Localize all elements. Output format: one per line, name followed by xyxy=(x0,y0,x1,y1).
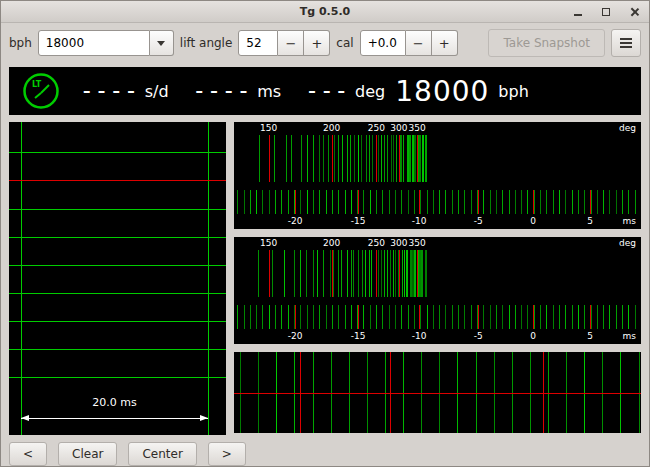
green-line xyxy=(401,135,402,182)
center-button[interactable]: Center xyxy=(128,442,196,466)
green-line xyxy=(274,135,275,182)
scroll-left-button[interactable]: < xyxy=(9,442,47,466)
ms-tick-label: 0 xyxy=(530,331,536,341)
ms-tick-label: -10 xyxy=(412,216,427,226)
cal-spinbox: − + xyxy=(360,30,458,56)
cal-input[interactable] xyxy=(360,30,406,56)
lift-angle-increment-button[interactable]: + xyxy=(304,30,330,56)
green-line xyxy=(351,250,352,297)
bph-input[interactable] xyxy=(38,30,150,56)
green-line xyxy=(366,135,367,182)
green-line xyxy=(369,135,370,182)
green-line xyxy=(361,135,362,182)
green-line xyxy=(422,135,424,182)
green-line xyxy=(313,305,314,329)
green-line xyxy=(371,250,372,297)
green-line xyxy=(332,305,333,329)
cal-increment-button[interactable]: + xyxy=(432,30,458,56)
hamburger-icon xyxy=(620,42,632,44)
clear-button[interactable]: Clear xyxy=(58,442,117,466)
green-line xyxy=(330,250,331,297)
green-line xyxy=(584,305,585,329)
lift-angle-decrement-button[interactable]: − xyxy=(278,30,304,56)
green-line xyxy=(622,305,623,329)
green-line xyxy=(319,135,320,182)
red-line xyxy=(417,135,418,182)
app-window: Tg 0.5.0 bph lift angle − + cal − + Take… xyxy=(0,0,650,467)
ms-unit-label: ms xyxy=(623,216,636,226)
ms-tick-label: -20 xyxy=(288,216,303,226)
green-line xyxy=(597,305,598,329)
green-line xyxy=(515,190,516,214)
green-line xyxy=(269,190,270,214)
green-line xyxy=(288,190,289,214)
green-line xyxy=(281,305,282,329)
green-line xyxy=(306,250,307,297)
green-line xyxy=(284,250,285,297)
green-line xyxy=(565,305,566,329)
tick-marks-band xyxy=(234,190,641,214)
green-line xyxy=(414,135,416,182)
green-line xyxy=(421,250,423,297)
green-line xyxy=(445,190,446,214)
ms-tick-label: -15 xyxy=(351,331,366,341)
green-line xyxy=(521,190,522,214)
green-line xyxy=(9,265,226,266)
bph-dropdown-button[interactable] xyxy=(150,30,174,56)
scroll-right-button[interactable]: > xyxy=(208,442,246,466)
green-line xyxy=(244,305,245,329)
green-line xyxy=(471,305,472,329)
red-line xyxy=(376,250,377,297)
readout-bar: LT – – – – s/d – – – – ms – – – deg 1800… xyxy=(9,67,641,115)
green-line xyxy=(490,190,491,214)
green-line xyxy=(313,135,314,182)
right-column: deg 150200250300350 ms -20-15-10-505 deg… xyxy=(234,122,641,433)
green-line xyxy=(384,135,385,182)
bph-label: bph xyxy=(9,36,32,50)
green-line xyxy=(208,122,209,435)
green-line xyxy=(572,190,573,214)
green-line xyxy=(21,122,22,435)
paperstrip-display: 20.0 ms xyxy=(9,122,226,435)
close-button[interactable] xyxy=(627,5,641,19)
menu-button[interactable] xyxy=(611,29,641,57)
green-line xyxy=(353,250,354,297)
paperstrip-scale-label: 20.0 ms xyxy=(21,396,208,409)
tic-waveform-panel: deg 150200250300350 ms -20-15-10-505 xyxy=(234,122,641,229)
green-line xyxy=(393,135,394,182)
green-line xyxy=(256,305,257,329)
green-line xyxy=(603,190,604,214)
cal-decrement-button[interactable]: − xyxy=(406,30,432,56)
green-line xyxy=(376,190,377,214)
green-line xyxy=(464,190,465,214)
green-line xyxy=(326,190,327,214)
green-line xyxy=(376,305,377,329)
green-line xyxy=(351,190,352,214)
red-line xyxy=(9,180,226,181)
beat-waveform-band xyxy=(234,135,641,182)
ms-tick-label: -5 xyxy=(474,331,483,341)
deg-tick-label: 300 xyxy=(390,238,407,248)
paperstrip-controls: < Clear Center > xyxy=(9,442,226,466)
lt-clock-icon: LT xyxy=(21,71,61,111)
green-line xyxy=(9,237,226,238)
green-line xyxy=(402,250,403,297)
green-line xyxy=(527,190,528,214)
green-line xyxy=(275,305,276,329)
window-controls xyxy=(571,1,641,22)
red-line xyxy=(590,305,591,329)
green-line xyxy=(458,190,459,214)
green-line xyxy=(338,305,339,329)
take-snapshot-button[interactable]: Take Snapshot xyxy=(488,29,605,57)
lift-angle-input[interactable] xyxy=(238,30,278,56)
deg-unit-label: deg xyxy=(619,123,636,133)
minimize-button[interactable] xyxy=(571,5,585,19)
green-line xyxy=(414,190,415,214)
green-line xyxy=(565,190,566,214)
bph-combobox[interactable] xyxy=(38,30,174,56)
maximize-button[interactable] xyxy=(599,5,613,19)
green-line xyxy=(301,135,302,182)
green-line xyxy=(395,250,396,297)
green-line xyxy=(389,190,390,214)
ms-unit-label: ms xyxy=(623,331,636,341)
